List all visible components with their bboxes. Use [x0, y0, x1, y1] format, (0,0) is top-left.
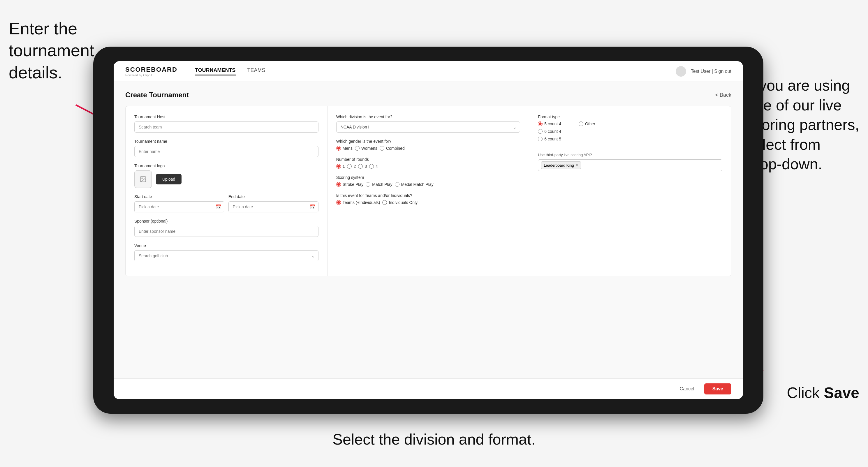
logo-placeholder: [134, 170, 152, 188]
gender-combined[interactable]: Combined: [380, 146, 405, 151]
venue-label: Venue: [134, 243, 318, 248]
gender-womens[interactable]: Womens: [355, 146, 377, 151]
search-team-input[interactable]: [134, 122, 318, 132]
logo-title: SCOREBOARD: [125, 66, 178, 73]
save-button[interactable]: Save: [704, 383, 731, 395]
end-date-wrap: 📅: [228, 201, 318, 212]
end-date-label: End date: [228, 194, 318, 199]
format-type-group: Format type 5 count 4 6 count 4: [538, 115, 722, 141]
form-col-2: Which division is the event for? NCAA Di…: [328, 106, 529, 276]
gender-mens[interactable]: Mens: [336, 146, 352, 151]
sponsor-group: Sponsor (optional): [134, 219, 318, 237]
nav-avatar: [676, 66, 686, 76]
venue-input[interactable]: [134, 250, 318, 261]
form-col-1: Tournament Host Tournament name Tourname…: [126, 106, 328, 276]
nav-user-text: Test User | Sign out: [691, 69, 731, 74]
tournament-host-label: Tournament Host: [134, 115, 318, 119]
tag-close-icon[interactable]: ×: [576, 162, 578, 168]
gender-radio-group: Mens Womens Combined: [336, 146, 520, 151]
nav-logo: SCOREBOARD Powered by Clippit: [125, 66, 178, 77]
division-select[interactable]: NCAA Division I: [336, 122, 520, 132]
tablet-device: SCOREBOARD Powered by Clippit TOURNAMENT…: [93, 46, 764, 414]
division-label: Which division is the event for?: [336, 115, 520, 119]
individuals-only[interactable]: Individuals Only: [382, 200, 417, 205]
nav-teams[interactable]: TEAMS: [247, 67, 266, 75]
logo-area: Upload: [134, 170, 318, 188]
teams-label: Is this event for Teams and/or Individua…: [336, 193, 520, 198]
format-other[interactable]: Other: [579, 122, 595, 126]
tablet-screen: SCOREBOARD Powered by Clippit TOURNAMENT…: [114, 61, 743, 399]
top-nav: SCOREBOARD Powered by Clippit TOURNAMENT…: [114, 61, 743, 82]
content-area: Create Tournament < Back Tournament Host…: [114, 82, 743, 378]
teams-plus-individuals[interactable]: Teams (+Individuals): [336, 200, 380, 205]
start-date-wrap: 📅: [134, 201, 224, 212]
start-date-label: Start date: [134, 194, 224, 199]
date-group: Start date 📅 End date 📅: [134, 194, 318, 212]
nav-right: Test User | Sign out: [676, 66, 731, 76]
rounds-label: Number of rounds: [336, 157, 520, 162]
page-header: Create Tournament < Back: [125, 91, 731, 99]
round-2[interactable]: 2: [347, 164, 356, 169]
scoring-match-play[interactable]: Match Play: [366, 182, 392, 187]
third-party-tag: Leaderboard King ×: [541, 161, 581, 169]
round-1[interactable]: 1: [336, 164, 345, 169]
format-6count4[interactable]: 6 count 4: [538, 129, 561, 134]
nav-tournaments[interactable]: TOURNAMENTS: [195, 67, 236, 75]
upload-button[interactable]: Upload: [156, 174, 182, 184]
tournament-logo-label: Tournament logo: [134, 163, 318, 168]
round-4[interactable]: 4: [369, 164, 378, 169]
round-3[interactable]: 3: [358, 164, 367, 169]
scoring-radio-group: Stroke Play Match Play Medal Match Play: [336, 182, 520, 187]
annotation-top-left: Enter the tournament details.: [9, 18, 94, 83]
format-5count4[interactable]: 5 count 4: [538, 122, 561, 126]
format-type-container: 5 count 4 6 count 4 6 count 5: [538, 122, 722, 141]
form-col-3: Format type 5 count 4 6 count 4: [529, 106, 731, 276]
start-date-group: Start date 📅: [134, 194, 224, 212]
venue-group: Venue: [134, 243, 318, 261]
third-party-group: Use third-party live scoring API? Leader…: [538, 153, 722, 171]
third-party-label: Use third-party live scoring API?: [538, 153, 722, 157]
format-radio-group: 5 count 4 6 count 4 6 count 5: [538, 122, 561, 141]
tournament-name-input[interactable]: [134, 146, 318, 157]
teams-radio-group: Teams (+Individuals) Individuals Only: [336, 200, 520, 205]
scoring-group: Scoring system Stroke Play Match Play Me…: [336, 175, 520, 187]
sponsor-label: Sponsor (optional): [134, 219, 318, 223]
cancel-button[interactable]: Cancel: [674, 383, 700, 395]
sponsor-input[interactable]: [134, 226, 318, 237]
teams-group: Is this event for Teams and/or Individua…: [336, 193, 520, 205]
calendar-icon-start: 📅: [216, 204, 221, 210]
rounds-radio-group: 1 2 3 4: [336, 164, 520, 169]
gender-group: Which gender is the event for? Mens Wome…: [336, 139, 520, 151]
calendar-icon-end: 📅: [310, 204, 315, 210]
svg-point-9: [142, 178, 143, 179]
scoring-stroke-play[interactable]: Stroke Play: [336, 182, 364, 187]
third-party-input[interactable]: Leaderboard King ×: [538, 159, 722, 171]
annotation-bottom-center: Select the division and format.: [333, 430, 535, 449]
tournament-name-group: Tournament name: [134, 139, 318, 157]
tournament-name-label: Tournament name: [134, 139, 318, 144]
format-6count5[interactable]: 6 count 5: [538, 137, 561, 141]
form-grid: Tournament Host Tournament name Tourname…: [125, 106, 731, 276]
bottom-bar: Cancel Save: [114, 378, 743, 399]
format-type-label: Format type: [538, 115, 722, 119]
logo-subtitle: Powered by Clippit: [125, 73, 178, 77]
section-divider: [538, 148, 722, 148]
back-link[interactable]: < Back: [715, 92, 731, 98]
tournament-logo-group: Tournament logo Upload: [134, 163, 318, 188]
tournament-host-group: Tournament Host: [134, 115, 318, 132]
rounds-group: Number of rounds 1 2 3: [336, 157, 520, 169]
format-other-group: Other: [579, 122, 595, 141]
division-select-wrapper: NCAA Division I: [336, 122, 520, 132]
start-date-input[interactable]: [134, 201, 224, 212]
annotation-bottom-right: Click Save: [787, 383, 859, 403]
page-title: Create Tournament: [125, 91, 189, 99]
division-group: Which division is the event for? NCAA Di…: [336, 115, 520, 132]
venue-select-wrapper: [134, 250, 318, 261]
scoring-medal-match-play[interactable]: Medal Match Play: [395, 182, 434, 187]
nav-links: TOURNAMENTS TEAMS: [195, 67, 676, 75]
gender-label: Which gender is the event for?: [336, 139, 520, 144]
end-date-input[interactable]: [228, 201, 318, 212]
end-date-group: End date 📅: [228, 194, 318, 212]
scoring-label: Scoring system: [336, 175, 520, 180]
